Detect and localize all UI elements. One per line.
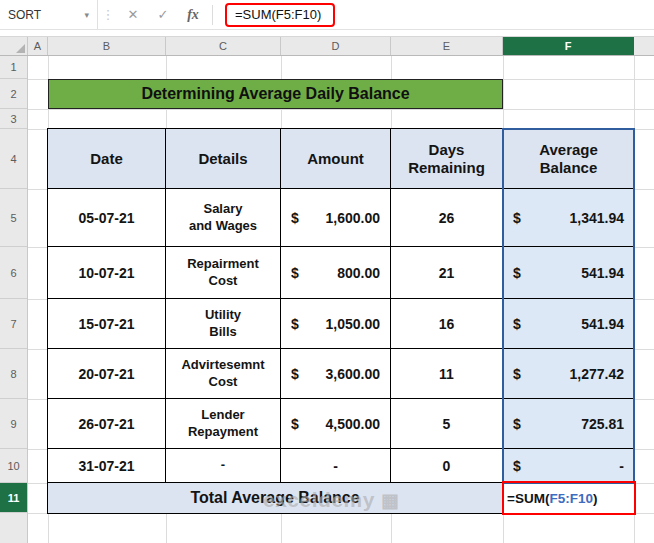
amount-value: 1,050.00 [326, 316, 381, 332]
column-header-f-selected[interactable]: F [503, 37, 634, 55]
cell-date[interactable]: 10-07-21 [48, 247, 166, 298]
cancel-button[interactable]: ✕ [118, 0, 148, 29]
details-line2: and Wages [189, 218, 257, 235]
active-formula-cell[interactable]: =SUM(F5:F10) [503, 483, 634, 513]
column-header-row: A B C D E F [0, 36, 654, 56]
row-header-4[interactable]: 4 [0, 129, 27, 189]
cell-date[interactable]: 31-07-21 [48, 449, 166, 482]
row-header-8[interactable]: 8 [0, 349, 27, 399]
column-header-filler [634, 37, 654, 55]
cell-days[interactable]: 21 [391, 247, 503, 298]
currency-symbol: $ [513, 316, 521, 332]
avg-value: 541.94 [581, 316, 624, 332]
cell-average-balance[interactable]: $ 541.94 [503, 247, 634, 298]
chevron-down-icon[interactable]: ▾ [84, 10, 89, 20]
amount-value: 1,600.00 [326, 210, 381, 226]
formula-toolbar: SORT ▾ ⋮ ✕ ✓ fx =SUM(F5:F10) [0, 0, 654, 30]
cell-days[interactable]: 5 [391, 399, 503, 448]
avg-value: 1,277.42 [570, 366, 625, 382]
details-line2: Repayment [188, 424, 258, 441]
cell-details[interactable]: Utility Bills [166, 299, 281, 348]
cell-amount[interactable]: $ 800.00 [281, 247, 391, 298]
cell-details[interactable]: Repairment Cost [166, 247, 281, 298]
cell-details[interactable]: Advirtesemnt Cost [166, 349, 281, 398]
row-header-2[interactable]: 2 [0, 79, 27, 109]
formula-range: F5:F10 [549, 491, 593, 506]
header-amount[interactable]: Amount [281, 129, 391, 188]
select-all-corner[interactable] [0, 37, 28, 55]
cell-amount[interactable]: $ 1,600.00 [281, 189, 391, 246]
cell-date[interactable]: 26-07-21 [48, 399, 166, 448]
row-header-1[interactable]: 1 [0, 56, 27, 79]
data-table: Date Details Amount Days Remaining Avera… [47, 128, 635, 514]
currency-symbol: $ [291, 210, 299, 226]
column-header-c[interactable]: C [166, 37, 281, 55]
currency-symbol: $ [513, 210, 521, 226]
currency-symbol: $ [513, 265, 521, 281]
insert-function-button[interactable]: fx [178, 0, 208, 29]
row-header-11-selected[interactable]: 11 [0, 483, 27, 513]
cell-details[interactable]: - [166, 449, 281, 482]
formula-bar[interactable]: =SUM(F5:F10) [217, 3, 654, 27]
row-header-filler [0, 513, 27, 543]
avg-value: 1,341.94 [570, 210, 625, 226]
formula-pre: =SUM( [507, 491, 549, 506]
column-header-a[interactable]: A [28, 37, 48, 55]
row-header-6[interactable]: 6 [0, 247, 27, 299]
header-avg-line1: Average [539, 141, 598, 158]
column-header-e[interactable]: E [391, 37, 503, 55]
cell-days[interactable]: 16 [391, 299, 503, 348]
divider [212, 5, 213, 25]
avg-value: - [619, 458, 624, 474]
row-header-column: 1 2 3 4 5 6 7 8 9 10 11 [0, 56, 28, 543]
cell-amount[interactable]: $ 3,600.00 [281, 349, 391, 398]
cell-days[interactable]: 11 [391, 349, 503, 398]
row-header-9[interactable]: 9 [0, 399, 27, 449]
amount-value: 800.00 [337, 265, 380, 281]
table-row: 15-07-21 Utility Bills $ 1,050.00 16 $ 5… [48, 299, 634, 349]
header-average-balance[interactable]: Average Balance [503, 129, 634, 188]
cell-amount[interactable]: $ 1,050.00 [281, 299, 391, 348]
header-days-remaining[interactable]: Days Remaining [391, 129, 503, 188]
header-avg-line2: Balance [540, 159, 598, 176]
cell-days[interactable]: 0 [391, 449, 503, 482]
header-date[interactable]: Date [48, 129, 166, 188]
total-label-cell[interactable]: Total Average Balance [48, 483, 503, 513]
amount-value: 4,500.00 [326, 416, 381, 432]
cell-average-balance[interactable]: $ 1,341.94 [503, 189, 634, 246]
details-line1: - [221, 457, 225, 474]
cell-amount[interactable]: $ 4,500.00 [281, 399, 391, 448]
cell-days[interactable]: 26 [391, 189, 503, 246]
gridline [28, 109, 654, 110]
excel-window: SORT ▾ ⋮ ✕ ✓ fx =SUM(F5:F10) A B C D E F… [0, 0, 654, 543]
cell-date[interactable]: 05-07-21 [48, 189, 166, 246]
details-line2: Cost [209, 374, 238, 391]
table-row: 05-07-21 Salary and Wages $ 1,600.00 26 … [48, 189, 634, 247]
currency-symbol: $ [291, 316, 299, 332]
table-row: 10-07-21 Repairment Cost $ 800.00 21 $ 5… [48, 247, 634, 299]
details-line1: Advirtesemnt [181, 357, 264, 374]
formula-post: ) [593, 491, 598, 506]
cell-average-balance[interactable]: $ 725.81 [503, 399, 634, 448]
column-header-b[interactable]: B [48, 37, 166, 55]
cell-details[interactable]: Lender Repayment [166, 399, 281, 448]
row-header-10[interactable]: 10 [0, 449, 27, 483]
enter-button[interactable]: ✓ [148, 0, 178, 29]
cell-average-balance[interactable]: $ 541.94 [503, 299, 634, 348]
name-box[interactable]: SORT ▾ [0, 0, 98, 29]
name-box-value: SORT [8, 8, 41, 22]
header-details[interactable]: Details [166, 129, 281, 188]
cell-date[interactable]: 15-07-21 [48, 299, 166, 348]
column-header-d[interactable]: D [281, 37, 391, 55]
cell-amount[interactable]: - [281, 449, 391, 482]
currency-symbol: $ [291, 366, 299, 382]
cell-details[interactable]: Salary and Wages [166, 189, 281, 246]
cell-average-balance[interactable]: $ - [503, 449, 634, 482]
cell-average-balance[interactable]: $ 1,277.42 [503, 349, 634, 398]
row-header-7[interactable]: 7 [0, 299, 27, 349]
row-header-3[interactable]: 3 [0, 109, 27, 129]
row-header-5[interactable]: 5 [0, 189, 27, 247]
title-banner-cell[interactable]: Determining Average Daily Balance [48, 79, 503, 109]
details-line1: Lender [201, 407, 244, 424]
cell-date[interactable]: 20-07-21 [48, 349, 166, 398]
